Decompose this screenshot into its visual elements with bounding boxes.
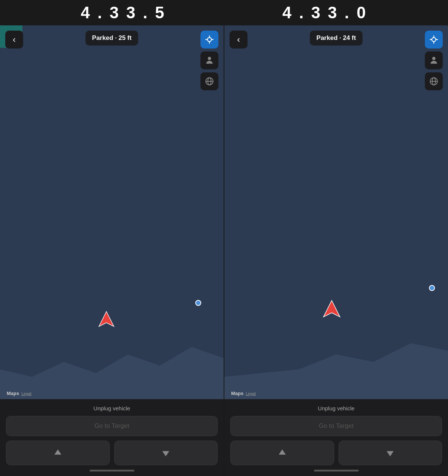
- legal-text-right[interactable]: Legal: [246, 391, 256, 396]
- svg-point-18: [432, 57, 436, 60]
- map-controls-left: ‹ Parked · 25 ft: [5, 31, 218, 90]
- arrow-down-icon-right: [385, 448, 395, 458]
- go-to-target-btn-left[interactable]: Go to Target: [6, 416, 218, 436]
- crosshair-btn-right[interactable]: [425, 31, 443, 48]
- svg-marker-12: [324, 301, 340, 317]
- person-btn-left[interactable]: [200, 51, 218, 69]
- version-left: 4 . 3 3 . 5: [81, 3, 165, 22]
- nav-buttons-right-container: [230, 441, 442, 465]
- nav-down-btn-right[interactable]: [339, 441, 442, 465]
- nav-down-btn-left[interactable]: [114, 441, 218, 465]
- bottom-panel-right: Unplug vehicle Go to Target: [224, 399, 448, 476]
- maps-text-right: Maps: [231, 391, 243, 396]
- top-header: 4 . 3 3 . 5 4 . 3 3 . 0: [0, 0, 448, 25]
- arrow-down-icon-left: [161, 448, 171, 458]
- nav-up-btn-left[interactable]: [6, 441, 110, 465]
- parked-label-right: Parked · 24 ft: [310, 31, 363, 46]
- location-dot-left: [195, 300, 201, 306]
- back-icon-right: ‹: [237, 34, 240, 45]
- arrow-marker-right: [321, 298, 342, 319]
- map-controls-right: ‹ Parked · 24 ft: [230, 31, 443, 90]
- arrow-up-icon-right: [277, 448, 287, 458]
- maps-text-left: Maps: [7, 391, 19, 396]
- go-to-target-btn-right[interactable]: Go to Target: [230, 416, 442, 436]
- globe-icon-left: [205, 76, 214, 86]
- version-right: 4 . 3 3 . 0: [282, 3, 367, 22]
- maps-watermark-left: Maps Legal: [4, 391, 31, 396]
- crosshair-icon-left: [205, 35, 214, 44]
- back-icon-left: ‹: [13, 34, 16, 45]
- crosshair-btn-left[interactable]: [200, 31, 218, 48]
- home-indicator-right: [314, 470, 359, 472]
- crosshair-icon-right: [429, 35, 439, 44]
- nav-buttons-left: [6, 441, 218, 465]
- unplug-label-right: Unplug vehicle: [230, 405, 442, 411]
- screen-left: ‹ Parked · 25 ft: [0, 25, 224, 476]
- arrow-up-icon-left: [53, 448, 63, 458]
- terrain-left: [0, 317, 224, 399]
- person-icon-right: [429, 56, 439, 65]
- terrain-right: [224, 310, 448, 399]
- map-area-left: ‹ Parked · 25 ft: [0, 25, 224, 399]
- globe-btn-left[interactable]: [200, 72, 218, 90]
- svg-marker-0: [0, 347, 224, 399]
- screen-right: ‹ Parked · 24 ft: [224, 25, 448, 476]
- svg-point-2: [208, 38, 212, 42]
- person-btn-right[interactable]: [425, 51, 443, 69]
- arrow-marker-left: [97, 310, 116, 328]
- parked-label-left: Parked · 25 ft: [85, 31, 139, 46]
- map-buttons-right-right: [425, 31, 443, 90]
- map-area-right: ‹ Parked · 24 ft: [224, 25, 448, 399]
- location-dot-right: [429, 285, 435, 291]
- home-indicator-left: [90, 470, 134, 472]
- svg-marker-1: [99, 311, 114, 326]
- legal-text-left[interactable]: Legal: [21, 391, 31, 396]
- svg-point-13: [432, 38, 436, 42]
- map-buttons-right-left: [200, 31, 218, 90]
- person-icon-left: [205, 56, 214, 65]
- back-button-left[interactable]: ‹: [5, 31, 23, 48]
- unplug-label-left: Unplug vehicle: [6, 405, 218, 411]
- svg-point-7: [208, 57, 211, 60]
- globe-icon-right: [429, 76, 439, 86]
- maps-watermark-right: Maps Legal: [229, 391, 256, 396]
- bottom-panel-left: Unplug vehicle Go to Target: [0, 399, 224, 476]
- svg-marker-11: [224, 343, 448, 399]
- screens-container: ‹ Parked · 25 ft: [0, 25, 448, 476]
- back-button-right[interactable]: ‹: [230, 31, 248, 48]
- globe-btn-right[interactable]: [425, 72, 443, 90]
- nav-up-btn-right[interactable]: [230, 441, 334, 465]
